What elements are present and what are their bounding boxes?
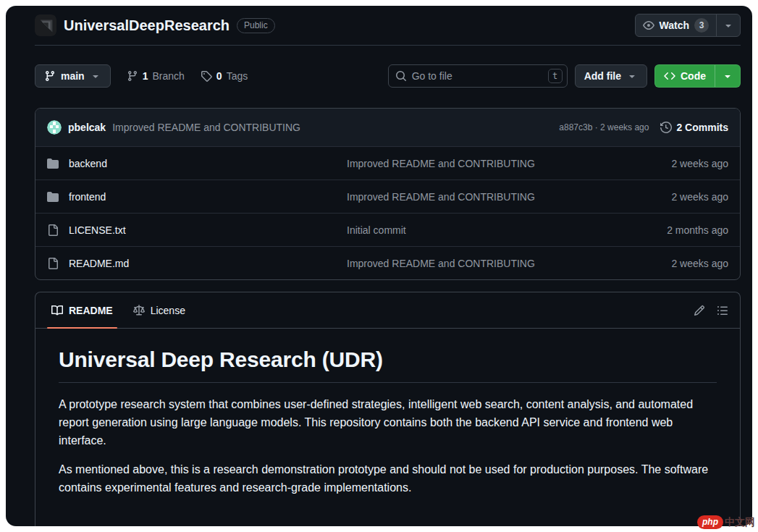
git-branch-icon [44, 70, 56, 82]
list-outline-icon [717, 305, 728, 316]
code-dropdown-caret[interactable] [715, 65, 740, 87]
readme-paragraph: A prototype research system that combine… [59, 396, 717, 449]
law-scales-icon [133, 305, 145, 316]
add-file-label: Add file [584, 70, 621, 82]
chevron-down-icon [626, 70, 638, 82]
php-logo: php [697, 515, 723, 529]
chevron-down-icon [722, 70, 733, 82]
file-link[interactable]: backend [47, 158, 347, 169]
file-commit-time: 2 weeks ago [620, 258, 728, 269]
repo-owner-avatar[interactable] [35, 14, 56, 36]
go-to-file-input[interactable] [388, 64, 568, 88]
site-watermark: php 中文网 [697, 515, 755, 529]
readme-tab-bar: README License [35, 292, 740, 329]
pencil-icon [694, 305, 705, 316]
file-commit-message[interactable]: Improved README and CONTRIBUTING [347, 158, 620, 169]
visibility-badge: Public [237, 18, 275, 33]
chevron-down-icon [90, 70, 101, 82]
file-link[interactable]: README.md [47, 258, 347, 269]
tab-license-label: License [151, 305, 185, 316]
table-row: LICENSE.txt Initial commit 2 months ago [35, 213, 740, 246]
search-icon [395, 70, 407, 82]
code-icon [664, 70, 675, 82]
file-name: LICENSE.txt [69, 224, 126, 236]
file-commit-time: 2 weeks ago [620, 191, 728, 203]
file-commit-time: 2 months ago [620, 224, 728, 236]
table-row: backend Improved README and CONTRIBUTING… [35, 146, 740, 180]
add-file-button[interactable]: Add file [575, 64, 647, 88]
go-to-file-search: t [388, 64, 568, 88]
repo-toolbar: main 1 Branch 0 Tags t Add file [35, 64, 741, 88]
file-name: frontend [69, 191, 106, 203]
tag-count: 0 [216, 70, 222, 82]
commit-author-avatar[interactable] [47, 120, 62, 135]
git-branch-icon [127, 70, 138, 82]
header-divider [35, 45, 741, 46]
table-row: README.md Improved README and CONTRIBUTI… [35, 246, 740, 279]
outline-button[interactable] [711, 299, 734, 322]
table-row: frontend Improved README and CONTRIBUTIN… [35, 180, 740, 213]
eye-icon [643, 20, 654, 31]
file-commit-message[interactable]: Improved README and CONTRIBUTING [347, 191, 620, 203]
folder-icon [47, 158, 59, 169]
book-icon [51, 305, 63, 316]
file-table: pbelcak Improved README and CONTRIBUTING… [35, 108, 741, 280]
file-commit-message[interactable]: Initial commit [347, 224, 620, 236]
file-name: README.md [69, 258, 129, 269]
watch-dropdown-caret[interactable] [716, 14, 740, 36]
branch-name: main [61, 70, 85, 82]
tags-link[interactable]: 0 Tags [201, 70, 248, 82]
commit-history-link[interactable]: 2 Commits [660, 122, 728, 133]
commit-author[interactable]: pbelcak [68, 122, 106, 133]
repo-title[interactable]: UniversalDeepResearch [64, 17, 229, 34]
file-icon [47, 258, 59, 269]
tag-count-label: Tags [227, 70, 248, 82]
watch-count: 3 [694, 18, 709, 33]
file-commit-message[interactable]: Improved README and CONTRIBUTING [347, 258, 620, 269]
branches-link[interactable]: 1 Branch [127, 70, 185, 82]
file-icon [47, 224, 59, 236]
history-icon [660, 122, 672, 133]
watch-label: Watch [660, 20, 689, 31]
readme-paragraph: As mentioned above, this is a research d… [59, 461, 717, 497]
watermark-text: 中文网 [725, 516, 755, 529]
code-label: Code [681, 70, 706, 82]
file-commit-time: 2 weeks ago [620, 158, 728, 169]
watch-button[interactable]: Watch 3 [635, 14, 741, 37]
repo-header: UniversalDeepResearch Public Watch 3 [35, 6, 741, 45]
code-button[interactable]: Code [654, 64, 741, 88]
folder-icon [47, 191, 59, 203]
commit-sha-time[interactable]: a887c3b · 2 weeks ago [559, 122, 649, 132]
commit-count-label: 2 Commits [676, 122, 728, 133]
file-link[interactable]: LICENSE.txt [47, 224, 347, 236]
repository-page: UniversalDeepResearch Public Watch 3 mai… [6, 6, 752, 526]
readme-content: Universal Deep Research (UDR) A prototyp… [35, 329, 740, 526]
chevron-down-icon [723, 20, 734, 31]
file-link[interactable]: frontend [47, 191, 347, 203]
branch-selector-button[interactable]: main [35, 64, 111, 88]
readme-panel: README License Universal Deep Research (… [35, 292, 741, 526]
file-name: backend [69, 158, 107, 169]
edit-readme-button[interactable] [688, 299, 711, 322]
commit-message[interactable]: Improved README and CONTRIBUTING [112, 122, 300, 133]
tag-icon [201, 70, 212, 82]
branch-count: 1 [143, 70, 148, 82]
tab-license[interactable]: License [123, 292, 195, 328]
latest-commit-bar: pbelcak Improved README and CONTRIBUTING… [35, 109, 740, 146]
tab-readme-label: README [69, 305, 113, 316]
keyboard-shortcut-hint: t [548, 69, 563, 83]
tab-readme[interactable]: README [41, 292, 123, 328]
branch-count-label: Branch [152, 70, 184, 82]
readme-heading: Universal Deep Research (UDR) [59, 347, 717, 383]
